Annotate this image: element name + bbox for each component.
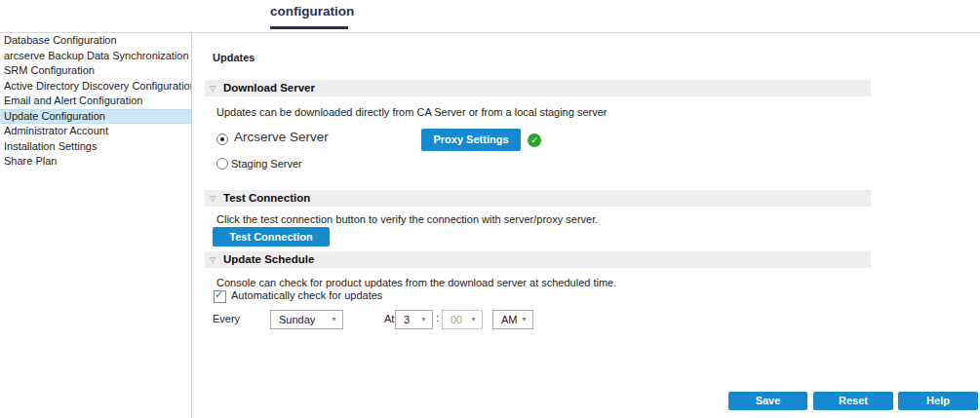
sidebar-item-database-configuration[interactable]: Database Configuration bbox=[0, 33, 191, 49]
sidebar-item-srm-configuration[interactable]: SRM Configuration bbox=[0, 63, 191, 79]
sidebar-item-installation-settings[interactable]: Installation Settings bbox=[0, 139, 191, 155]
tab-configuration[interactable]: configuration bbox=[270, 4, 354, 19]
collapse-triangle-icon: ▽ bbox=[210, 251, 223, 268]
minute-select-value: 00 bbox=[451, 311, 462, 328]
sidebar-item-update-configuration[interactable]: Update Configuration bbox=[0, 109, 191, 125]
success-icon: ✓ bbox=[528, 133, 541, 147]
sidebar-item-arcserve-backup-sync[interactable]: arcserve Backup Data Synchronization Sch… bbox=[0, 49, 191, 64]
arcserve-server-radio-label[interactable]: Arcserve Server bbox=[234, 130, 329, 144]
help-button[interactable]: Help bbox=[898, 392, 978, 410]
ampm-select[interactable]: AM ▼ bbox=[492, 310, 533, 329]
sidebar-item-share-plan[interactable]: Share Plan bbox=[0, 154, 191, 170]
sidebar-item-administrator-account[interactable]: Administrator Account bbox=[0, 124, 191, 139]
dropdown-caret-icon: ▼ bbox=[470, 311, 477, 328]
dropdown-caret-icon: ▼ bbox=[331, 311, 337, 328]
sidebar: Database Configuration arcserve Backup D… bbox=[0, 33, 192, 418]
arcserve-server-radio[interactable] bbox=[216, 133, 228, 145]
auto-check-checkbox-label[interactable]: Automatically check for updates bbox=[231, 289, 382, 301]
top-navigation: configuration bbox=[0, 0, 980, 33]
auto-check-checkbox[interactable]: ✓ bbox=[214, 290, 226, 303]
tab-label: configuration bbox=[270, 4, 354, 19]
section-header-download-server[interactable]: ▽Download Server bbox=[205, 80, 871, 96]
save-button[interactable]: Save bbox=[728, 392, 807, 410]
at-label: At bbox=[384, 313, 394, 324]
section-title: Download Server bbox=[223, 82, 315, 94]
sidebar-item-active-directory-discovery[interactable]: Active Directory Discovery Configuration bbox=[0, 79, 191, 95]
collapse-triangle-icon: ▽ bbox=[210, 80, 223, 96]
download-server-description: Updates can be downloaded directly from … bbox=[216, 106, 607, 118]
section-title: Test Connection bbox=[223, 192, 310, 204]
proxy-settings-button[interactable]: Proxy Settings bbox=[421, 129, 521, 151]
section-header-update-schedule[interactable]: ▽Update Schedule bbox=[205, 251, 871, 268]
hour-select-value: 3 bbox=[404, 311, 410, 328]
test-connection-description: Click the test connection button to veri… bbox=[216, 213, 598, 225]
check-icon: ✓ bbox=[215, 289, 223, 300]
sidebar-item-email-and-alert[interactable]: Email and Alert Configuration bbox=[0, 94, 191, 109]
active-tab-indicator bbox=[270, 26, 348, 29]
test-connection-button[interactable]: Test Connection bbox=[213, 227, 330, 247]
app-window: configuration Database Configuration arc… bbox=[0, 0, 980, 418]
section-title: Update Schedule bbox=[223, 253, 314, 265]
minute-select[interactable]: 00 ▼ bbox=[442, 310, 483, 329]
hour-select[interactable]: 3 ▼ bbox=[395, 310, 433, 329]
day-select[interactable]: Sunday ▼ bbox=[270, 310, 343, 329]
collapse-triangle-icon: ▽ bbox=[210, 190, 223, 207]
dropdown-caret-icon: ▼ bbox=[420, 311, 427, 328]
dropdown-caret-icon: ▼ bbox=[521, 311, 528, 328]
day-select-value: Sunday bbox=[279, 311, 315, 328]
reset-button[interactable]: Reset bbox=[813, 392, 893, 410]
page-title: Updates bbox=[213, 52, 255, 63]
ampm-select-value: AM bbox=[501, 311, 518, 328]
check-icon: ✓ bbox=[530, 135, 538, 145]
staging-server-radio-label[interactable]: Staging Server bbox=[231, 158, 302, 170]
every-label: Every bbox=[213, 313, 240, 324]
update-schedule-description: Console can check for product updates fr… bbox=[216, 277, 616, 288]
section-header-test-connection[interactable]: ▽Test Connection bbox=[205, 190, 871, 207]
staging-server-radio[interactable] bbox=[216, 158, 228, 170]
time-colon: : bbox=[436, 312, 439, 323]
